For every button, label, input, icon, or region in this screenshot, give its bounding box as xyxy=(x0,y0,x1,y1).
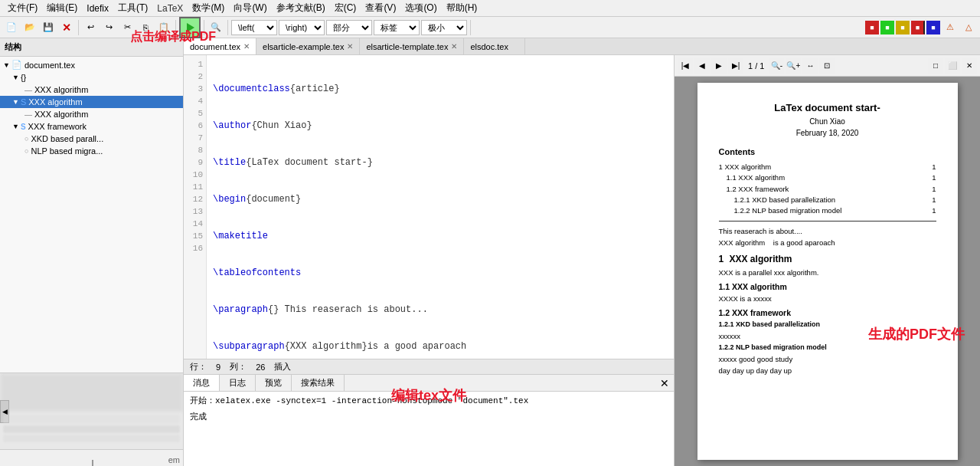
svg-marker-0 xyxy=(187,23,194,32)
menu-view[interactable]: 查看(V) xyxy=(361,0,400,16)
tree-item-braces[interactable]: ▼ {} xyxy=(0,71,183,84)
console-tab-log[interactable]: 日志 xyxy=(220,375,256,391)
small-combo[interactable]: 极小 xyxy=(421,20,467,35)
tab-elsdoc[interactable]: elsdoc.tex xyxy=(464,38,525,54)
tab-close-document[interactable]: ✕ xyxy=(243,42,250,51)
ln5: 5 xyxy=(184,107,206,120)
console-content: 开始：xelatex.exe -synctex=1 -interaction=n… xyxy=(184,392,674,466)
tab-document[interactable]: document.tex ✕ xyxy=(184,38,256,55)
tree-item-alg-child[interactable]: — XXX algorithm xyxy=(0,108,183,120)
menu-options[interactable]: 选项(O) xyxy=(400,0,441,16)
format-btn-1[interactable]: ■ xyxy=(865,21,879,34)
tree-item-nlp[interactable]: ○ NLP based migra... xyxy=(0,145,183,157)
editor-content[interactable]: 1 2 3 4 5 6 7 8 9 10 11 xyxy=(184,55,674,359)
pdf-divider xyxy=(719,221,936,222)
pdf-last-page[interactable]: ▶| xyxy=(728,58,743,74)
console-tab-messages[interactable]: 消息 xyxy=(184,375,220,391)
sep2 xyxy=(175,20,176,35)
format-btn-5[interactable]: ■ xyxy=(926,21,940,34)
tab-elsarticle-template[interactable]: elsarticle-template.tex ✕ xyxy=(360,38,464,54)
label-combo[interactable]: 标签 xyxy=(374,20,420,35)
pdf-body-1: XXX is a parallel xxx algorithm. xyxy=(719,267,936,277)
pdf-toolbar: |◀ ◀ ▶ ▶| 1 / 1 🔍- 🔍+ ↔ ⊡ □ ⬜ ✕ xyxy=(675,55,980,77)
part-combo[interactable]: 部分 xyxy=(326,20,372,35)
format-btn-7[interactable]: △ xyxy=(960,19,977,36)
format-btn-2[interactable]: ■ xyxy=(880,21,894,34)
menu-math[interactable]: 数学(M) xyxy=(188,0,229,16)
tree-arrow-doc[interactable]: ▼ xyxy=(3,61,10,69)
pdf-prev-page[interactable]: ◀ xyxy=(694,58,710,74)
tab-close-elsarticle-example[interactable]: ✕ xyxy=(347,42,353,51)
pdf-subsub-1-2-1-label: 1.2.1 XKD based parallelization xyxy=(719,320,936,330)
cut-button[interactable]: ✂ xyxy=(119,19,136,36)
menu-file[interactable]: 文件(F) xyxy=(3,0,42,16)
console-tab-search[interactable]: 搜索结果 xyxy=(292,375,345,391)
pdf-contents-title: Contents xyxy=(719,146,936,158)
code-line-4: \begin{document} xyxy=(213,193,668,205)
undo-button[interactable]: ↩ xyxy=(82,19,99,36)
code-line-8: \subparagraph{XXX algorithm}is a good ap… xyxy=(213,340,668,353)
tree-arrow-braces[interactable]: ▼ xyxy=(12,74,19,81)
pdf-content[interactable]: LaTex document start- Chun Xiao February… xyxy=(675,77,980,466)
tree-item-alg-section[interactable]: ▼ S XXX algorithm xyxy=(0,96,183,108)
format-btn-4[interactable]: ■ xyxy=(911,21,925,34)
editor-status: 行：9 列：26 插入 xyxy=(184,359,674,374)
pdf-maximize[interactable]: □ xyxy=(928,58,943,74)
pdf-body-intro: This reaserach is about.... xyxy=(719,226,936,236)
console-close-btn[interactable]: ✕ xyxy=(655,375,674,391)
save-button[interactable]: 💾 xyxy=(40,19,57,36)
pdf-close[interactable]: ✕ xyxy=(962,58,977,74)
pdf-date: February 18, 2020 xyxy=(719,128,936,139)
sidebar-bottom: ◀ xyxy=(0,372,183,449)
menu-bib[interactable]: 参考文献(B) xyxy=(272,0,330,16)
tab-label-elsdoc: elsdoc.tex xyxy=(470,42,508,51)
right-combo[interactable]: \right) xyxy=(279,20,325,35)
tree-item-framework[interactable]: ▼ S XXX framework xyxy=(0,120,183,133)
tree-arrow-fw[interactable]: ▼ xyxy=(12,123,19,130)
pdf-zoom-out[interactable]: 🔍- xyxy=(769,58,784,74)
pdf-fit-width[interactable]: ↔ xyxy=(802,58,818,74)
format-btn-6[interactable]: ⚠ xyxy=(942,19,959,36)
code-area[interactable]: \documentclass{article} \author{Chun Xia… xyxy=(207,55,674,359)
format-btn-3[interactable]: ■ xyxy=(896,21,910,34)
menu-guide[interactable]: 向导(W) xyxy=(229,0,271,16)
pdf-restore[interactable]: ⬜ xyxy=(945,58,960,74)
tab-label-elsarticle-example: elsarticle-example.tex xyxy=(263,42,344,51)
menu-idefix[interactable]: Idefix xyxy=(82,2,113,15)
tab-label-document: document.tex xyxy=(190,42,240,51)
tab-elsarticle-example[interactable]: elsarticle-example.tex ✕ xyxy=(256,38,360,54)
ln11: 11 xyxy=(184,181,206,193)
tab-close-elsarticle-template[interactable]: ✕ xyxy=(451,42,457,51)
menu-macro[interactable]: 宏(C) xyxy=(330,0,361,16)
compile-run-button[interactable] xyxy=(179,17,201,38)
new-button[interactable]: 📄 xyxy=(3,19,20,36)
left-combo[interactable]: \left( xyxy=(231,20,277,35)
pdf-first-page[interactable]: |◀ xyxy=(678,58,693,74)
tree-arrow-alg[interactable]: ▼ xyxy=(12,98,19,106)
pdf-toolbar-right: □ ⬜ ✕ xyxy=(928,58,977,74)
pdf-zoom-in[interactable]: 🔍+ xyxy=(786,58,801,74)
open-button[interactable]: 📂 xyxy=(21,19,38,36)
ln10: 10 xyxy=(184,169,206,181)
menu-edit[interactable]: 编辑(E) xyxy=(42,0,82,16)
paste-button[interactable]: 📋 xyxy=(155,19,172,36)
redo-button[interactable]: ↪ xyxy=(100,19,117,36)
tree-item-alg1[interactable]: — XXX algorithm xyxy=(0,84,183,96)
close-file-button[interactable]: ✕ xyxy=(58,19,75,36)
search-button[interactable]: 🔍 xyxy=(207,19,224,36)
editor-lines: 1 2 3 4 5 6 7 8 9 10 11 xyxy=(184,55,674,359)
menu-latex[interactable]: LaTeX xyxy=(152,2,188,15)
copy-button[interactable]: ⎘ xyxy=(137,19,154,36)
menu-tools[interactable]: 工具(T) xyxy=(113,0,152,16)
sidebar: 结构 ▼ 📄 document.tex ▼ {} — XXX algorithm xyxy=(0,38,184,466)
ln2: 2 xyxy=(184,71,206,83)
tree-item-xkd[interactable]: ○ XKD based parall... xyxy=(0,133,183,145)
menu-help[interactable]: 帮助(H) xyxy=(442,0,482,16)
status-col-val: 26 xyxy=(256,363,265,372)
pdf-fit-page[interactable]: ⊡ xyxy=(819,58,835,74)
console-tab-preview[interactable]: 预览 xyxy=(256,375,292,391)
resize-handle[interactable] xyxy=(92,460,93,466)
pdf-next-page[interactable]: ▶ xyxy=(711,58,727,74)
sep3 xyxy=(204,20,204,35)
tree-item-document[interactable]: ▼ 📄 document.tex xyxy=(0,58,183,71)
